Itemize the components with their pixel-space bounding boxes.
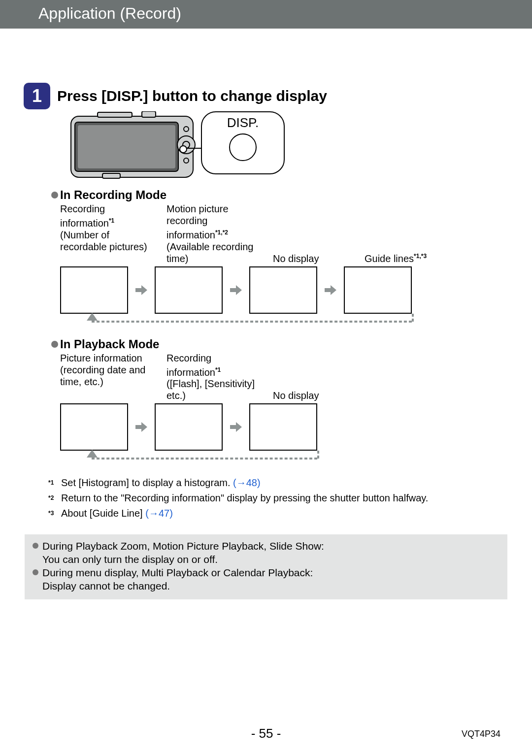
state-box	[249, 403, 317, 451]
pb-caption-1: Picture information (recording date and …	[60, 352, 159, 402]
marker: *1	[48, 479, 54, 486]
arrow-right-icon	[128, 420, 155, 434]
bullet-icon	[51, 341, 58, 348]
state-box	[155, 266, 223, 314]
recording-captions: Recording information*1 (Number of recor…	[60, 203, 500, 264]
text: Picture information	[60, 353, 142, 363]
arrow-up-icon	[87, 313, 98, 321]
sup: *1	[215, 229, 221, 236]
camera-illustration-row: DISP.	[68, 111, 500, 181]
rec-caption-1: Recording information*1 (Number of recor…	[60, 203, 159, 264]
bullet-icon	[33, 543, 38, 549]
pb-caption-2: Recording information*1 ([Flash], [Sensi…	[166, 352, 265, 402]
playback-captions: Picture information (recording date and …	[60, 352, 500, 402]
footnotes: *1 Set [Histogram] to display a histogra…	[48, 476, 500, 522]
arrow-right-icon	[223, 283, 249, 297]
footnote-3: *3 About [Guide Line] (→47)	[48, 507, 500, 522]
step-title: Press [DISP.] button to change display	[57, 88, 327, 104]
text: Set [Histogram] to display a histogram.	[61, 477, 233, 488]
state-box	[155, 403, 223, 451]
camera-illustration	[68, 111, 196, 181]
text: Return to the "Recording information" di…	[61, 493, 428, 503]
text: About [Guide Line]	[61, 508, 145, 519]
pb-caption-3: No display	[273, 352, 357, 402]
arrow-up-icon	[87, 450, 98, 458]
text: Recording information	[166, 353, 215, 378]
svg-point-5	[184, 127, 189, 131]
recording-mode-heading-text: In Recording Mode	[60, 188, 166, 202]
rec-caption-4: Guide lines*1,*3	[365, 203, 448, 264]
disp-button-icon	[229, 133, 257, 161]
playback-boxes-row	[60, 403, 500, 451]
callout-leader	[182, 148, 202, 149]
svg-rect-7	[98, 112, 132, 117]
state-box	[60, 266, 128, 314]
marker: *2	[48, 494, 54, 501]
arrow-right-icon	[317, 283, 344, 297]
text: No display	[273, 390, 319, 401]
header-bar: Application (Record)	[0, 0, 532, 29]
sup: *2	[223, 229, 228, 236]
sup: *1	[215, 366, 221, 373]
state-box	[344, 266, 412, 314]
footnote-1: *1 Set [Histogram] to display a histogra…	[48, 476, 500, 492]
header-title: Application (Record)	[38, 4, 181, 22]
footnote-2: *2 Return to the "Recording information"…	[48, 492, 500, 507]
sup: *3	[421, 253, 427, 260]
link-48[interactable]: (→48)	[233, 477, 261, 488]
bullet-icon	[33, 569, 38, 575]
notice-line: You can only turn the display on or off.	[42, 553, 499, 566]
playback-mode-heading: In Playback Mode	[51, 337, 500, 351]
text: Guide lines	[365, 253, 414, 264]
bullet-icon	[51, 192, 58, 198]
sup: *1	[414, 253, 419, 260]
marker: *3	[48, 510, 54, 517]
playback-mode-heading-text: In Playback Mode	[60, 337, 159, 351]
arrow-right-icon	[128, 283, 155, 297]
notice-line: Display cannot be changed.	[42, 579, 499, 592]
recording-mode-heading: In Recording Mode	[51, 188, 500, 202]
recording-boxes-row	[60, 266, 500, 314]
notice-line: During menu display, Multi Playback or C…	[42, 566, 313, 579]
step-number-badge: 1	[24, 83, 50, 109]
text: (Available recording time)	[166, 241, 253, 264]
page-number: - 55 -	[0, 726, 532, 741]
notice-box: During Playback Zoom, Motion Picture Pla…	[25, 534, 507, 599]
svg-rect-2	[78, 125, 175, 168]
state-box	[249, 266, 317, 314]
playback-return-line	[60, 451, 500, 464]
svg-point-6	[184, 158, 189, 163]
text: No display	[273, 253, 319, 264]
arrow-right-icon	[223, 420, 249, 434]
svg-rect-8	[142, 111, 156, 117]
sup: *1	[109, 217, 114, 224]
text: (recording date and time, etc.)	[60, 364, 145, 387]
recording-return-line	[60, 314, 500, 328]
rec-caption-3: No display	[273, 203, 357, 264]
rec-caption-2: Motion picture recording information*1,*…	[166, 203, 265, 264]
notice-line: During Playback Zoom, Motion Picture Pla…	[42, 539, 324, 553]
state-box	[60, 403, 128, 451]
svg-rect-9	[102, 173, 120, 178]
link-47[interactable]: (→47)	[145, 508, 173, 519]
disp-label: DISP.	[227, 115, 259, 131]
doc-id: VQT4P34	[462, 729, 500, 739]
text: ([Flash], [Sensitivity] etc.)	[166, 378, 255, 401]
step-number: 1	[32, 86, 42, 106]
text: Recording information	[60, 203, 109, 229]
disp-callout: DISP.	[201, 111, 285, 174]
text: (Number of recordable pictures)	[60, 230, 147, 252]
